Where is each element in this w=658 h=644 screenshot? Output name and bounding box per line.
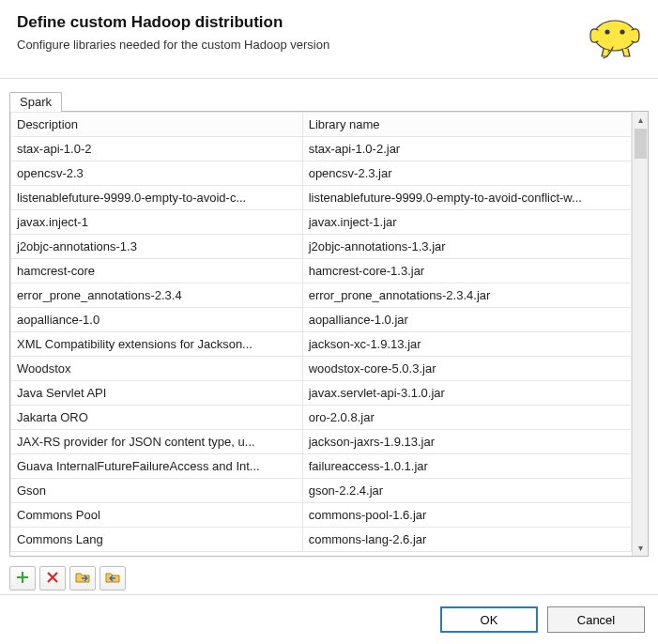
table-row[interactable]: JAX-RS provider for JSON content type, u… xyxy=(11,430,632,454)
table-row[interactable]: error_prone_annotations-2.3.4error_prone… xyxy=(11,284,632,308)
cell-description[interactable]: j2objc-annotations-1.3 xyxy=(11,235,303,259)
ok-button[interactable]: OK xyxy=(440,606,538,633)
table-row[interactable]: Commons Poolcommons-pool-1.6.jar xyxy=(11,503,632,528)
cell-library[interactable]: jackson-jaxrs-1.9.13.jar xyxy=(302,430,631,454)
table-row[interactable]: Java Servlet APIjavax.servlet-api-3.1.0.… xyxy=(11,381,632,406)
table-row[interactable]: Gsongson-2.2.4.jar xyxy=(11,479,632,503)
x-icon xyxy=(45,570,60,588)
cell-library[interactable]: javax.inject-1.jar xyxy=(302,210,631,235)
library-table: Description Library name stax-api-1.0-2s… xyxy=(10,112,632,552)
cell-library[interactable]: commons-pool-1.6.jar xyxy=(302,503,631,528)
table-header-row: Description Library name xyxy=(11,113,632,137)
cell-description[interactable]: Gson xyxy=(11,479,303,503)
plus-icon xyxy=(15,570,30,588)
cell-library[interactable]: oro-2.0.8.jar xyxy=(302,406,631,430)
cell-library[interactable]: gson-2.2.4.jar xyxy=(302,479,631,503)
cell-description[interactable]: XML Compatibility extensions for Jackson… xyxy=(11,332,303,357)
cell-description[interactable]: aopalliance-1.0 xyxy=(11,308,303,332)
table-row[interactable]: Commons Langcommons-lang-2.6.jar xyxy=(11,528,632,552)
cell-description[interactable]: Guava InternalFutureFailureAccess and In… xyxy=(11,454,303,479)
table-row[interactable]: XML Compatibility extensions for Jackson… xyxy=(11,332,632,357)
cell-library[interactable]: jackson-xc-1.9.13.jar xyxy=(302,332,631,357)
table-row[interactable]: stax-api-1.0-2stax-api-1.0-2.jar xyxy=(11,137,632,161)
library-table-scroll: Description Library name stax-api-1.0-2s… xyxy=(10,112,632,556)
cell-description[interactable]: Java Servlet API xyxy=(11,381,303,406)
cell-library[interactable]: aopalliance-1.0.jar xyxy=(302,308,631,332)
cell-library[interactable]: failureaccess-1.0.1.jar xyxy=(302,454,631,479)
cell-library[interactable]: j2objc-annotations-1.3.jar xyxy=(302,235,631,259)
table-row[interactable]: aopalliance-1.0aopalliance-1.0.jar xyxy=(11,308,632,332)
dialog-subtitle: Configure libraries needed for the custo… xyxy=(17,38,641,52)
cell-description[interactable]: hamcrest-core xyxy=(11,259,303,284)
table-toolbar xyxy=(9,557,649,590)
cell-library[interactable]: listenablefuture-9999.0-empty-to-avoid-c… xyxy=(302,186,631,210)
add-button[interactable] xyxy=(9,566,36,590)
remove-button[interactable] xyxy=(39,566,66,590)
dialog-footer: OK Cancel xyxy=(0,594,658,644)
cell-library[interactable]: opencsv-2.3.jar xyxy=(302,161,631,186)
folder-out-icon xyxy=(105,570,120,588)
cell-library[interactable]: stax-api-1.0-2.jar xyxy=(302,137,631,161)
table-row[interactable]: listenablefuture-9999.0-empty-to-avoid-c… xyxy=(11,186,632,210)
export-button[interactable] xyxy=(99,566,126,590)
cell-description[interactable]: Jakarta ORO xyxy=(11,406,303,430)
svg-point-0 xyxy=(594,21,635,51)
table-row[interactable]: Guava InternalFutureFailureAccess and In… xyxy=(11,454,632,479)
scroll-down-arrow-icon[interactable]: ▾ xyxy=(633,540,649,556)
cell-library[interactable]: error_prone_annotations-2.3.4.jar xyxy=(302,284,631,308)
cell-description[interactable]: stax-api-1.0-2 xyxy=(11,137,303,161)
table-row[interactable]: hamcrest-corehamcrest-core-1.3.jar xyxy=(11,259,632,284)
table-row[interactable]: opencsv-2.3opencsv-2.3.jar xyxy=(11,161,632,186)
table-row[interactable]: Jakarta OROoro-2.0.8.jar xyxy=(11,406,632,430)
cell-description[interactable]: opencsv-2.3 xyxy=(11,161,303,186)
cell-library[interactable]: commons-lang-2.6.jar xyxy=(302,528,631,552)
tab-bar: Spark xyxy=(9,88,649,111)
cell-library[interactable]: javax.servlet-api-3.1.0.jar xyxy=(302,381,631,406)
cell-description[interactable]: javax.inject-1 xyxy=(11,210,303,235)
cell-library[interactable]: woodstox-core-5.0.3.jar xyxy=(302,357,631,381)
import-button[interactable] xyxy=(69,566,96,590)
library-table-container: Description Library name stax-api-1.0-2s… xyxy=(9,111,649,557)
cell-description[interactable]: error_prone_annotations-2.3.4 xyxy=(11,284,303,308)
tab-spark[interactable]: Spark xyxy=(9,92,62,112)
cell-description[interactable]: Woodstox xyxy=(11,357,303,381)
folder-in-icon xyxy=(75,570,90,588)
hadoop-elephant-icon xyxy=(585,8,645,60)
cell-description[interactable]: Commons Pool xyxy=(11,503,303,528)
vertical-scrollbar[interactable]: ▴ ▾ xyxy=(632,112,648,556)
dialog-header: Define custom Hadoop distribution Config… xyxy=(0,0,658,79)
dialog-title: Define custom Hadoop distribution xyxy=(17,13,641,32)
dialog: Define custom Hadoop distribution Config… xyxy=(0,0,658,644)
scrollbar-thumb[interactable] xyxy=(635,129,647,159)
svg-point-1 xyxy=(605,30,609,34)
table-row[interactable]: Woodstoxwoodstox-core-5.0.3.jar xyxy=(11,357,632,381)
table-row[interactable]: j2objc-annotations-1.3j2objc-annotations… xyxy=(11,235,632,259)
column-header-library[interactable]: Library name xyxy=(302,113,631,137)
svg-point-2 xyxy=(620,30,624,34)
cell-library[interactable]: hamcrest-core-1.3.jar xyxy=(302,259,631,284)
cell-description[interactable]: listenablefuture-9999.0-empty-to-avoid-c… xyxy=(11,186,303,210)
cancel-button[interactable]: Cancel xyxy=(547,606,645,633)
scroll-up-arrow-icon[interactable]: ▴ xyxy=(633,112,649,128)
table-row[interactable]: javax.inject-1javax.inject-1.jar xyxy=(11,210,632,235)
cell-description[interactable]: JAX-RS provider for JSON content type, u… xyxy=(11,430,303,454)
dialog-body: Spark Description Library name stax-api-… xyxy=(0,79,658,594)
column-header-description[interactable]: Description xyxy=(11,113,303,137)
cell-description[interactable]: Commons Lang xyxy=(11,528,303,552)
